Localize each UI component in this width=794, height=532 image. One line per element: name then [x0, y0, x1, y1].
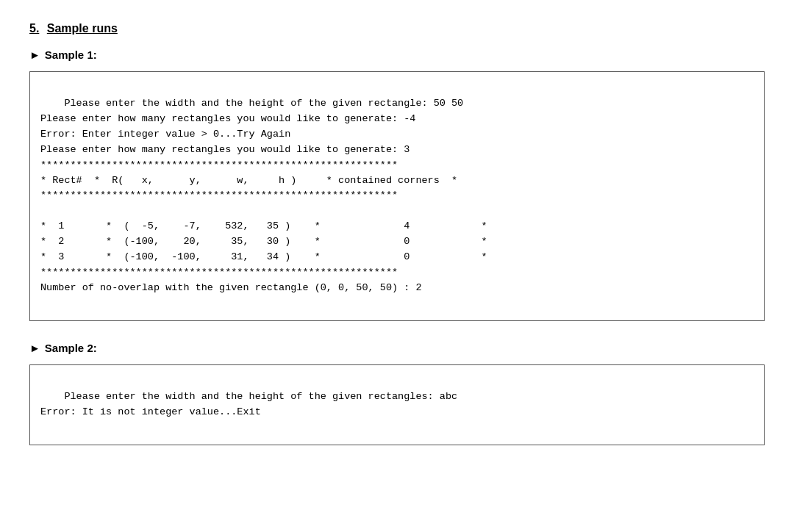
arrow-icon-2: ► — [29, 342, 40, 354]
sample-1-terminal: Please enter the width and the height of… — [29, 71, 765, 321]
section-header: 5. Sample runs — [29, 22, 765, 35]
sample-1-line-1: Please enter the width and the height of… — [40, 98, 487, 293]
sample-2-section: ► Sample 2: Please enter the width and t… — [29, 342, 765, 445]
sample-2-label: Sample 2: — [45, 342, 97, 354]
section-title: 5. — [29, 22, 39, 35]
sample-1-label: Sample 1: — [45, 48, 97, 61]
sample-2-terminal: Please enter the width and the height of… — [29, 364, 765, 445]
section-title-text: Sample runs — [47, 22, 118, 35]
sample-2-line-1: Please enter the width and the height of… — [40, 391, 457, 417]
sample-2-heading: ► Sample 2: — [29, 342, 765, 354]
sample-1-section: ► Sample 1: Please enter the width and t… — [29, 48, 765, 321]
sample-1-heading: ► Sample 1: — [29, 48, 765, 61]
arrow-icon-1: ► — [29, 48, 40, 61]
